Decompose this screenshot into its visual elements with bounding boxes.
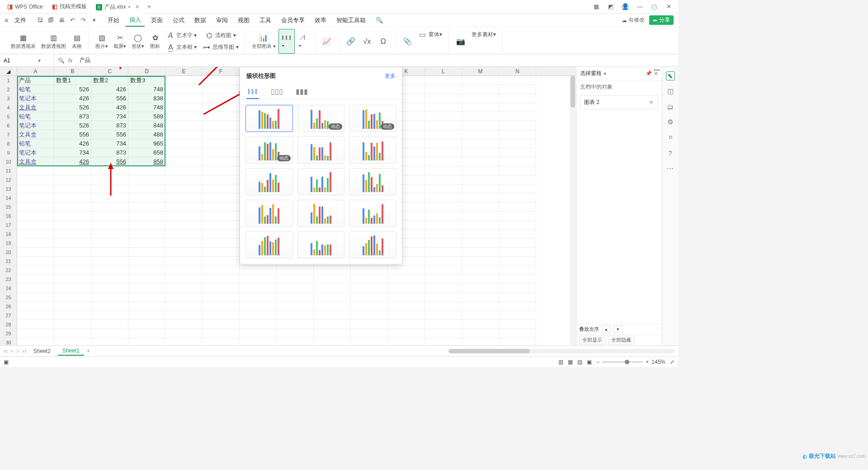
cell[interactable] bbox=[54, 221, 91, 230]
cell[interactable]: 426 bbox=[91, 85, 128, 94]
cell[interactable] bbox=[203, 329, 240, 338]
cell[interactable] bbox=[351, 302, 388, 311]
file-menu[interactable]: 文件 bbox=[11, 14, 30, 27]
cell[interactable] bbox=[203, 320, 240, 329]
cell[interactable]: 556 bbox=[54, 130, 91, 139]
cell[interactable] bbox=[425, 112, 462, 121]
cell[interactable] bbox=[128, 230, 165, 239]
cell[interactable] bbox=[425, 320, 462, 329]
cell[interactable] bbox=[54, 266, 91, 275]
view-page-icon[interactable]: ▤ bbox=[577, 359, 582, 365]
cell[interactable] bbox=[388, 329, 425, 338]
cell[interactable] bbox=[165, 248, 203, 257]
cell[interactable] bbox=[17, 266, 54, 275]
cell[interactable]: 748 bbox=[128, 103, 165, 112]
cell[interactable] bbox=[462, 257, 499, 266]
row-header[interactable]: 4 bbox=[0, 103, 17, 112]
qat-dropdown-icon[interactable]: ▾ bbox=[90, 17, 98, 24]
chart-tab-stacked-icon[interactable]: ▯▯▯ bbox=[270, 85, 284, 99]
cell[interactable]: 848 bbox=[128, 121, 165, 130]
selection-pane-item[interactable]: 图表 2 👁 bbox=[580, 95, 658, 109]
add-sheet-button[interactable]: + bbox=[87, 348, 90, 354]
cell[interactable] bbox=[462, 329, 499, 338]
attachment-button[interactable]: 📎 bbox=[399, 29, 415, 54]
icons-button[interactable]: ✿图标 bbox=[147, 29, 163, 54]
cell[interactable] bbox=[203, 338, 240, 345]
row-header[interactable]: 23 bbox=[0, 275, 17, 284]
table-button[interactable]: ▤表格 bbox=[69, 29, 85, 54]
cell[interactable] bbox=[499, 157, 536, 166]
cell[interactable] bbox=[203, 275, 240, 284]
cell[interactable] bbox=[91, 275, 128, 284]
more-icon[interactable]: ⋯ bbox=[666, 164, 675, 173]
row-header[interactable]: 10 bbox=[0, 157, 17, 166]
cell[interactable]: 556 bbox=[91, 157, 128, 166]
cell[interactable] bbox=[388, 311, 425, 320]
row-headers[interactable]: 1234567891011121314151617181920212223242… bbox=[0, 76, 17, 345]
cell[interactable] bbox=[128, 284, 165, 293]
cell[interactable] bbox=[17, 212, 54, 221]
cell[interactable] bbox=[462, 248, 499, 257]
cell[interactable] bbox=[128, 257, 165, 266]
cell[interactable] bbox=[277, 338, 314, 345]
cell[interactable] bbox=[499, 320, 536, 329]
cell[interactable] bbox=[203, 239, 240, 248]
sparkline-button[interactable]: 📈 bbox=[319, 29, 335, 54]
cell[interactable] bbox=[425, 221, 462, 230]
cell[interactable] bbox=[425, 202, 462, 212]
cell[interactable] bbox=[425, 184, 462, 193]
cell[interactable] bbox=[388, 275, 425, 284]
cell[interactable] bbox=[499, 112, 536, 121]
print-preview-icon[interactable]: 🗐 bbox=[47, 17, 54, 24]
cell[interactable] bbox=[462, 193, 499, 202]
chart-thumbnail[interactable] bbox=[349, 200, 396, 227]
menu-view[interactable]: 视图 bbox=[234, 14, 253, 27]
more-assets-button[interactable]: 更多素材▾ bbox=[469, 29, 499, 40]
cell[interactable]: 589 bbox=[128, 112, 165, 121]
cell[interactable] bbox=[203, 212, 240, 221]
cell[interactable] bbox=[91, 212, 128, 221]
chart-thumbnail[interactable] bbox=[297, 168, 345, 195]
cell[interactable] bbox=[462, 166, 499, 175]
vertical-scrollbar[interactable] bbox=[570, 76, 576, 345]
column-header[interactable]: M bbox=[462, 67, 499, 75]
cell[interactable] bbox=[128, 202, 165, 212]
cell[interactable] bbox=[499, 202, 536, 212]
cell[interactable] bbox=[128, 175, 165, 184]
form-button[interactable]: ▭窗体▾ bbox=[415, 29, 445, 40]
cell[interactable] bbox=[17, 311, 54, 320]
cell[interactable] bbox=[425, 148, 462, 157]
cell[interactable] bbox=[203, 130, 240, 139]
move-down-button[interactable]: ▾ bbox=[613, 325, 623, 333]
cell[interactable] bbox=[128, 239, 165, 248]
cell[interactable] bbox=[165, 257, 203, 266]
chart-thumbnail[interactable] bbox=[297, 231, 345, 258]
cell[interactable] bbox=[165, 184, 203, 193]
cell[interactable] bbox=[128, 184, 165, 193]
cell[interactable] bbox=[128, 266, 165, 275]
cell[interactable]: 556 bbox=[91, 130, 128, 139]
cell[interactable] bbox=[203, 230, 240, 239]
cell[interactable]: 965 bbox=[128, 139, 165, 148]
cell[interactable] bbox=[351, 329, 388, 338]
cell[interactable] bbox=[499, 148, 536, 157]
cell[interactable] bbox=[499, 311, 536, 320]
bar-chart-button[interactable]: ⫾⫾⫾ ▾ bbox=[278, 29, 295, 54]
cell[interactable] bbox=[499, 166, 536, 175]
save-icon[interactable]: 🖫 bbox=[36, 17, 43, 24]
cell[interactable] bbox=[425, 193, 462, 202]
cell[interactable] bbox=[54, 239, 91, 248]
cell[interactable]: 526 bbox=[54, 103, 91, 112]
cell[interactable] bbox=[91, 166, 128, 175]
cell[interactable] bbox=[165, 112, 203, 121]
appstore-icon[interactable]: ▦ bbox=[592, 3, 600, 11]
chart-thumbnail[interactable] bbox=[349, 231, 396, 258]
cell[interactable] bbox=[17, 275, 54, 284]
cell[interactable] bbox=[165, 329, 203, 338]
cell[interactable]: 748 bbox=[128, 85, 165, 94]
cell[interactable] bbox=[203, 157, 240, 166]
cell[interactable] bbox=[128, 329, 165, 338]
cell[interactable] bbox=[203, 166, 240, 175]
minimize-icon[interactable]: — bbox=[636, 3, 644, 11]
cell[interactable] bbox=[462, 202, 499, 212]
